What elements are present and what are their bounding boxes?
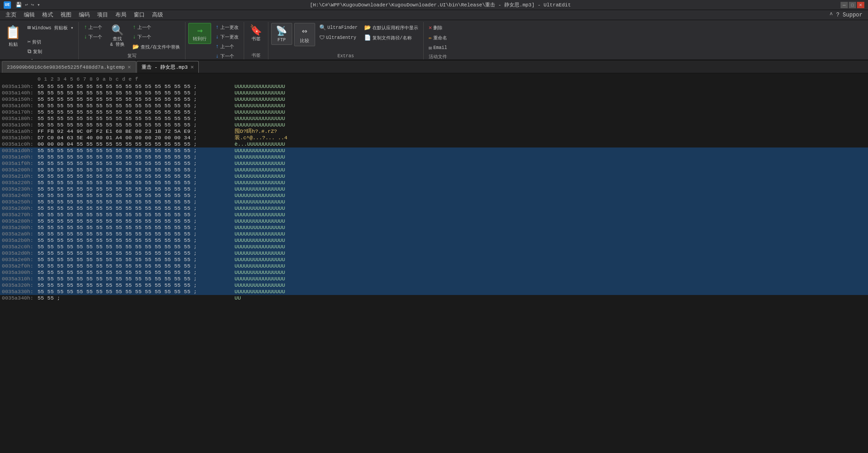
prev-nav-label: 上一个 xyxy=(220,44,234,50)
ultrafinder-button[interactable]: 🔍 UltraFinder xyxy=(317,23,360,33)
hex-row[interactable]: 0035a270h: 55 55 55 55 55 55 55 55 55 55… xyxy=(0,212,868,218)
format-brush-button[interactable]: 🖌 格式刷 xyxy=(25,57,76,60)
hex-row[interactable]: 0035a1a0h: FF FB 92 44 9C 0F F2 E1 68 BE… xyxy=(0,128,868,135)
hex-row[interactable]: 0035a2c0h: 55 55 55 55 55 55 55 55 55 55… xyxy=(0,244,868,250)
menu-layout[interactable]: 布局 xyxy=(112,10,130,20)
main-content: 0 1 2 3 4 5 6 7 8 9 a b c d e f 0035a130… xyxy=(0,73,868,453)
down-next-button2[interactable]: ↓ 下一个 xyxy=(130,33,182,42)
hex-bytes-19: 55 55 55 55 55 55 55 55 55 55 55 55 55 5… xyxy=(38,205,235,212)
hex-row[interactable]: 0035a140h: 55 55 55 55 55 55 55 55 55 55… xyxy=(0,90,868,96)
hex-row[interactable]: 0035a190h: 55 55 55 55 55 55 55 55 55 55… xyxy=(0,122,868,128)
goto-line-button[interactable]: ⇒ 转到行 xyxy=(188,23,211,44)
hex-row[interactable]: 0035a2d0h: 55 55 55 55 55 55 55 55 55 55… xyxy=(0,250,868,257)
menu-advanced[interactable]: 高级 xyxy=(148,10,167,20)
hex-row[interactable]: 0035a2a0h: 55 55 55 55 55 55 55 55 55 55… xyxy=(0,231,868,237)
minimize-button[interactable]: ─ xyxy=(841,2,848,8)
menu-window[interactable]: 窗口 xyxy=(130,10,148,20)
menu-view[interactable]: 视图 xyxy=(57,10,75,20)
hex-row[interactable]: 0035a160h: 55 55 55 55 55 55 55 55 55 55… xyxy=(0,103,868,109)
prev-nav-icon: ↑ xyxy=(215,44,218,50)
cut-button[interactable]: ✂ 剪切 xyxy=(25,37,76,47)
hex-addr-6: 0035a190h: xyxy=(2,122,38,128)
hex-row[interactable]: 0035a220h: 55 55 55 55 55 55 55 55 55 55… xyxy=(0,180,868,186)
show-in-app-button[interactable]: 📂 在默认应用程序中显示 xyxy=(362,23,420,33)
hex-ascii-26: UUUUUUUUUUUUUUUU xyxy=(235,250,285,257)
hex-row[interactable]: 0035a1b0h: D7 C0 04 63 5E 40 00 01 A4 00… xyxy=(0,135,868,141)
hex-row[interactable]: 0035a290h: 55 55 55 55 55 55 55 55 55 55… xyxy=(0,224,868,231)
up-label1: 上一个 xyxy=(88,24,102,31)
hex-row[interactable]: 0035a310h: 55 55 55 55 55 55 55 55 55 55… xyxy=(0,276,868,282)
find-replace-button[interactable]: 🔍 查找& 替换 xyxy=(106,23,128,49)
next-nav-button[interactable]: ↓ 下一个 xyxy=(213,52,240,60)
hex-row[interactable]: 0035a340h: 55 55 ;UU xyxy=(0,295,868,301)
rename-button[interactable]: ✏ 重命名 xyxy=(426,33,449,43)
prev-nav-button[interactable]: ↑ 上一个 xyxy=(213,42,240,51)
hex-row[interactable]: 0035a250h: 55 55 55 55 55 55 55 55 55 55… xyxy=(0,199,868,205)
maximize-button[interactable]: □ xyxy=(849,2,856,8)
hex-addr-11: 0035a1e0h: xyxy=(2,154,38,160)
menu-help[interactable]: ^ ? Suppor xyxy=(826,11,866,19)
hex-row[interactable]: 0035a1d0h: 55 55 55 55 55 55 55 55 55 55… xyxy=(0,147,868,154)
paste-button[interactable]: 📋 粘贴 xyxy=(3,23,23,60)
hex-row[interactable]: 0035a320h: 55 55 55 55 55 55 55 55 55 55… xyxy=(0,282,868,289)
hex-bytes-12: 55 55 55 55 55 55 55 55 55 55 55 55 55 5… xyxy=(38,160,235,167)
compare-button[interactable]: ⇔ 比较 xyxy=(294,23,315,46)
windows-clipboard-button[interactable]: ⊞ Windows 剪贴板 ▾ xyxy=(25,23,76,33)
hex-row[interactable]: 0035a260h: 55 55 55 55 55 55 55 55 55 55… xyxy=(0,205,868,212)
ftp-icon: 📡 xyxy=(276,25,287,37)
down-next-button1[interactable]: ↓ 下一个 xyxy=(82,33,104,42)
window-controls: ─ □ ✕ xyxy=(841,2,864,8)
hex-row[interactable]: 0035a1e0h: 55 55 55 55 55 55 55 55 55 55… xyxy=(0,154,868,160)
hex-addr-10: 0035a1d0h: xyxy=(2,147,38,154)
bookmarks-group-label: 书签 xyxy=(247,51,265,60)
copy-label: 复制 xyxy=(33,49,42,55)
hex-row[interactable]: 0035a240h: 55 55 55 55 55 55 55 55 55 55… xyxy=(0,192,868,199)
hex-row[interactable]: 0035a2e0h: 55 55 55 55 55 55 55 55 55 55… xyxy=(0,257,868,263)
hex-row[interactable]: 0035a330h: 55 55 55 55 55 55 55 55 55 55… xyxy=(0,289,868,295)
menu-home[interactable]: 主页 xyxy=(2,10,20,20)
hex-row[interactable]: 0035a1f0h: 55 55 55 55 55 55 55 55 55 55… xyxy=(0,160,868,167)
menu-edit[interactable]: 编辑 xyxy=(20,10,38,20)
bookmarks-button[interactable]: 🔖 书签 xyxy=(247,23,265,44)
ultrasentry-button[interactable]: 🛡 UltraSentry xyxy=(317,33,360,43)
hex-addr-19: 0035a260h: xyxy=(2,205,38,212)
ftp-button[interactable]: 📡 FTP xyxy=(271,23,292,45)
hex-row[interactable]: 0035a300h: 55 55 55 55 55 55 55 55 55 55… xyxy=(0,269,868,276)
copy-path-button[interactable]: 📄 复制文件路径/名称 xyxy=(362,33,420,43)
email-label: Email xyxy=(433,45,447,50)
next-change-button[interactable]: ↓ 下一更改 xyxy=(213,33,240,42)
menu-project[interactable]: 项目 xyxy=(93,10,112,20)
tab-mp3[interactable]: 重击 - 静女思.mp3 ✕ xyxy=(136,61,199,73)
hex-row[interactable]: 0035a150h: 55 55 55 55 55 55 55 55 55 55… xyxy=(0,96,868,103)
hex-ascii-4: UUUUUUUUUUUUUUUU xyxy=(235,109,285,115)
hex-row[interactable]: 0035a230h: 55 55 55 55 55 55 55 55 55 55… xyxy=(0,186,868,192)
hex-row[interactable]: 0035a2b0h: 55 55 55 55 55 55 55 55 55 55… xyxy=(0,237,868,244)
hex-row[interactable]: 0035a280h: 55 55 55 55 55 55 55 55 55 55… xyxy=(0,218,868,224)
hex-row[interactable]: 0035a2f0h: 55 55 55 55 55 55 55 55 55 55… xyxy=(0,263,868,269)
hex-editor[interactable]: 0 1 2 3 4 5 6 7 8 9 a b c d e f 0035a130… xyxy=(0,73,868,453)
email-button[interactable]: ✉ Email xyxy=(426,43,449,53)
hex-row[interactable]: 0035a210h: 55 55 55 55 55 55 55 55 55 55… xyxy=(0,173,868,180)
hex-bytes-8: D7 C0 04 63 5E 40 00 01 A4 00 00 00 20 0… xyxy=(38,135,235,141)
active-file-group-label: 活动文件 xyxy=(426,53,449,60)
find-nav-col2: ↑ 上一个 ↓ 下一个 📂 查找/在文件中替换 xyxy=(130,23,182,52)
hex-row[interactable]: 0035a200h: 55 55 55 55 55 55 55 55 55 55… xyxy=(0,167,868,173)
delete-button[interactable]: ✕ 删除 xyxy=(426,23,449,33)
prev-change-button[interactable]: ↑ 上一更改 xyxy=(213,23,240,32)
up-prev-button2[interactable]: ↑ 上一个 xyxy=(130,23,182,32)
menu-format[interactable]: 格式 xyxy=(38,10,57,20)
hex-row[interactable]: 0035a130h: 55 55 55 55 55 55 55 55 55 55… xyxy=(0,83,868,90)
copy-button[interactable]: ⧉ 复制 xyxy=(25,47,76,56)
hex-row[interactable]: 0035a180h: 55 55 55 55 55 55 55 55 55 55… xyxy=(0,115,868,122)
tab-kgtemp-close[interactable]: ✕ xyxy=(127,65,131,70)
menu-encode[interactable]: 编码 xyxy=(75,10,93,20)
paste-label: 粘贴 xyxy=(9,41,18,48)
hex-row[interactable]: 0035a170h: 55 55 55 55 55 55 55 55 55 55… xyxy=(0,109,868,115)
up-prev-button1[interactable]: ↑ 上一个 xyxy=(82,23,104,32)
close-button[interactable]: ✕ xyxy=(857,2,864,8)
find-in-files-button[interactable]: 📂 查找/在文件中替换 xyxy=(130,42,182,52)
tab-kgtemp[interactable]: 236909b6016c6e98365e5225f488dd7a.kgtemp … xyxy=(2,61,136,73)
hex-bytes-18: 55 55 55 55 55 55 55 55 55 55 55 55 55 5… xyxy=(38,199,235,205)
tab-mp3-close[interactable]: ✕ xyxy=(191,65,194,70)
hex-row[interactable]: 0035a1c0h: 00 00 00 04 55 55 55 55 55 55… xyxy=(0,141,868,147)
